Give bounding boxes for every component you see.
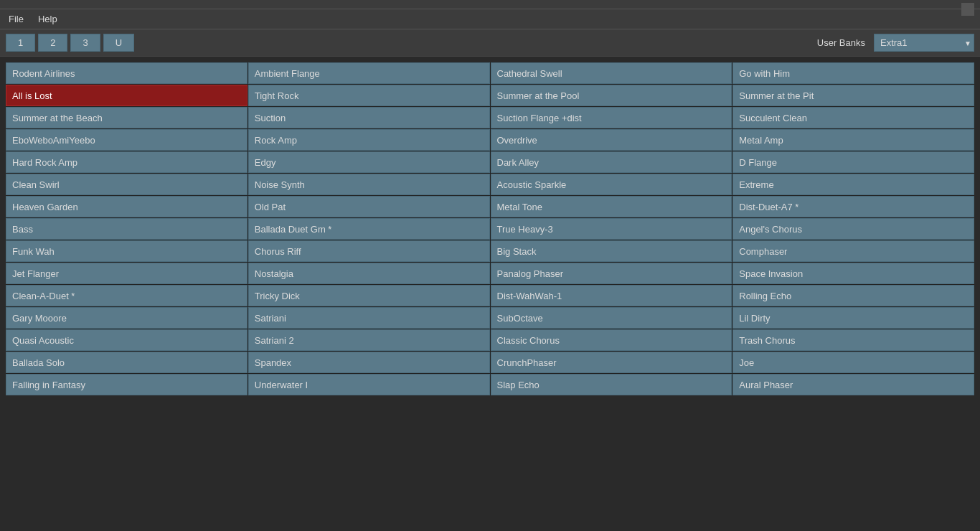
preset-cell[interactable]: Ambient Flange [248, 62, 490, 84]
preset-cell[interactable]: Hard Rock Amp [6, 151, 248, 173]
preset-cell[interactable]: Jet Flanger [6, 263, 248, 284]
preset-cell[interactable]: Slap Echo [491, 374, 732, 395]
preset-cell[interactable]: Underwater I [248, 374, 490, 395]
tab-button-tab-u[interactable]: U [103, 34, 134, 52]
user-banks-dropdown[interactable]: Extra1Extra2Extra3 [874, 34, 974, 52]
main-content: Rodent AirlinesAmbient FlangeCathedral S… [0, 57, 980, 401]
preset-cell[interactable]: Rodent Airlines [6, 62, 248, 84]
preset-cell[interactable]: Cathedral Swell [491, 62, 732, 84]
preset-cell[interactable]: Funk Wah [6, 240, 248, 262]
preset-cell[interactable]: Summer at the Pool [491, 85, 732, 106]
menu-item-file[interactable]: File [6, 12, 27, 26]
preset-cell[interactable]: All is Lost [6, 85, 248, 106]
preset-cell[interactable]: Metal Amp [732, 129, 974, 151]
preset-cell[interactable]: Chorus Riff [248, 240, 490, 262]
preset-cell[interactable]: Ballada Solo [6, 352, 248, 373]
preset-cell[interactable]: Nostalgia [248, 263, 490, 284]
preset-cell[interactable]: Gary Mooore [6, 307, 248, 329]
preset-cell[interactable]: Metal Tone [491, 196, 732, 217]
preset-cell[interactable]: Spandex [248, 352, 490, 373]
preset-cell[interactable]: Summer at the Pit [732, 85, 974, 106]
preset-cell[interactable]: Summer at the Beach [6, 107, 248, 128]
preset-cell[interactable]: Comphaser [732, 240, 974, 262]
preset-cell[interactable]: Rolling Echo [732, 285, 974, 306]
preset-cell[interactable]: Big Stack [491, 240, 732, 262]
user-banks-dropdown-wrapper: Extra1Extra2Extra3▼ [874, 34, 974, 52]
preset-cell[interactable]: Suction Flange +dist [491, 107, 732, 128]
preset-cell[interactable]: Tricky Dick [248, 285, 490, 306]
tab-button-tab-1[interactable]: 1 [6, 34, 35, 52]
preset-cell[interactable]: Space Invasion [732, 263, 974, 284]
preset-cell[interactable]: SubOctave [491, 307, 732, 329]
preset-cell[interactable]: Noise Synth [248, 174, 490, 195]
preset-grid: Rodent AirlinesAmbient FlangeCathedral S… [6, 62, 974, 395]
preset-cell[interactable]: Dark Alley [491, 151, 732, 173]
menu-item-help[interactable]: Help [35, 12, 60, 26]
preset-cell[interactable]: Old Pat [248, 196, 490, 217]
close-button[interactable] [961, 3, 974, 16]
preset-cell[interactable]: Lil Dirty [732, 307, 974, 329]
tab-button-tab-2[interactable]: 2 [38, 34, 67, 52]
toolbar: 123UUser BanksExtra1Extra2Extra3▼ [0, 29, 980, 57]
preset-cell[interactable]: CrunchPhaser [491, 352, 732, 373]
user-banks-label: User Banks [817, 37, 865, 48]
preset-cell[interactable]: Trash Chorus [732, 329, 974, 351]
menubar: FileHelp [0, 9, 980, 29]
preset-cell[interactable]: Rock Amp [248, 129, 490, 151]
preset-cell[interactable]: Ballada Duet Gm * [248, 218, 490, 240]
preset-cell[interactable]: True Heavy-3 [491, 218, 732, 240]
preset-cell[interactable]: Angel's Chorus [732, 218, 974, 240]
preset-cell[interactable]: Dist-Duet-A7 * [732, 196, 974, 217]
preset-cell[interactable]: Succulent Clean [732, 107, 974, 128]
preset-cell[interactable]: Classic Chorus [491, 329, 732, 351]
preset-cell[interactable]: Panalog Phaser [491, 263, 732, 284]
preset-cell[interactable]: Satriani 2 [248, 329, 490, 351]
preset-cell[interactable]: Satriani [248, 307, 490, 329]
preset-cell[interactable]: Joe [732, 352, 974, 373]
preset-cell[interactable]: Go with Him [732, 62, 974, 84]
preset-cell[interactable]: Edgy [248, 151, 490, 173]
preset-cell[interactable]: EboWeboAmiYeebo [6, 129, 248, 151]
preset-cell[interactable]: Heaven Garden [6, 196, 248, 217]
preset-cell[interactable]: Quasi Acoustic [6, 329, 248, 351]
tab-button-tab-3[interactable]: 3 [70, 34, 100, 52]
preset-cell[interactable]: Tight Rock [248, 85, 490, 106]
preset-cell[interactable]: Clean Swirl [6, 174, 248, 195]
preset-cell[interactable]: D Flange [732, 151, 974, 173]
preset-cell[interactable]: Suction [248, 107, 490, 128]
titlebar [0, 0, 980, 9]
preset-cell[interactable]: Extreme [732, 174, 974, 195]
preset-cell[interactable]: Falling in Fantasy [6, 374, 248, 395]
preset-cell[interactable]: Acoustic Sparkle [491, 174, 732, 195]
preset-cell[interactable]: Overdrive [491, 129, 732, 151]
preset-cell[interactable]: Clean-A-Duet * [6, 285, 248, 306]
preset-cell[interactable]: Bass [6, 218, 248, 240]
preset-cell[interactable]: Aural Phaser [732, 374, 974, 395]
preset-cell[interactable]: Dist-WahWah-1 [491, 285, 732, 306]
